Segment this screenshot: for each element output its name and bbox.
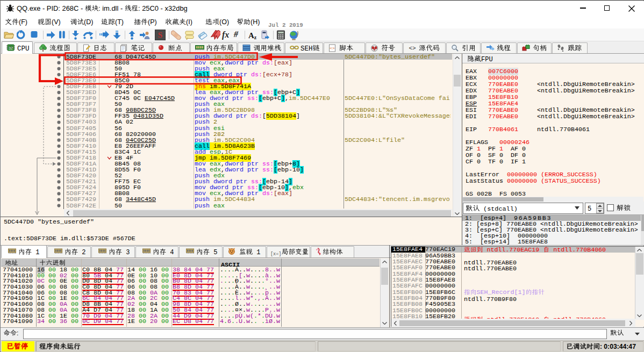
svg-text:(V): (V): [52, 18, 61, 26]
svg-text:QQ.exe - PID: 268C -: QQ.exe - PID: 268C -: [17, 4, 85, 12]
svg-text:<>: <>: [330, 46, 335, 51]
svg-text:(stdcall): (stdcall): [480, 205, 518, 213]
svg-text:<>: <>: [409, 45, 416, 52]
svg-text:4: 4: [166, 249, 174, 256]
svg-text:(T): (T): [115, 18, 124, 26]
svg-text:CPU: CPU: [17, 45, 30, 53]
svg-text:(I): (I): [186, 18, 192, 26]
svg-text:(D): (D): [84, 18, 93, 26]
svg-text:1: 1: [32, 249, 39, 256]
svg-text:ntdll.770B4060: ntdll.770B4060: [549, 247, 606, 253]
svg-text:5: 5: [210, 249, 217, 256]
svg-text:3: 3: [122, 249, 130, 256]
svg-text:: 25C0 - x32dbg: : 25C0 - x32dbg: [138, 4, 188, 12]
svg-text:2: 2: [78, 249, 85, 256]
svg-text:0:03:44:47: 0:03:44:47: [604, 343, 636, 350]
svg-text:(H): (H): [251, 18, 260, 26]
svg-text:1: 1: [253, 249, 260, 256]
svg-text:32: 32: [9, 46, 13, 50]
svg-text:(F): (F): [19, 18, 27, 26]
svg-text:SEH: SEH: [300, 45, 313, 53]
svg-text:SEH_Record[1]: SEH_Record[1]: [477, 289, 526, 296]
svg-text:ntdll.770EAC19: ntdll.770EAC19: [483, 247, 543, 253]
svg-text:(O): (O): [219, 18, 229, 26]
svg-text::: :: [600, 343, 604, 350]
svg-text:: im.dll -: : im.dll -: [98, 4, 125, 12]
svg-text:FPU: FPU: [481, 56, 493, 63]
svg-text::: :: [17, 329, 18, 337]
svg-text:(P): (P): [148, 18, 157, 26]
